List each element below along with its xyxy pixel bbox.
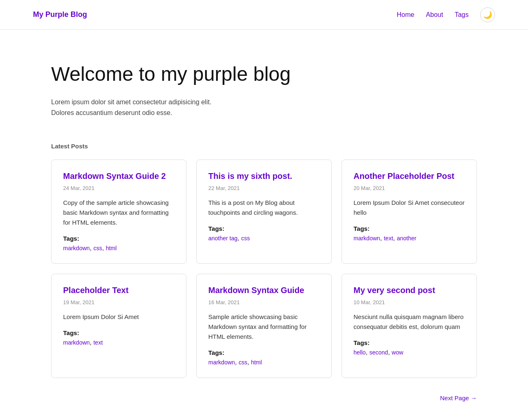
- post-tags-label: Tags:: [354, 225, 465, 232]
- post-card: Another Placeholder Post 20 Mar, 2021 Lo…: [342, 160, 477, 264]
- posts-grid: Markdown Syntax Guide 2 24 Mar, 2021 Cop…: [51, 160, 477, 378]
- post-tag[interactable]: css: [241, 235, 250, 242]
- post-card: Placeholder Text 19 Mar, 2021 Lorem Ipsu…: [51, 274, 186, 378]
- pagination: Next Page →: [51, 394, 477, 401]
- main-nav: Home About Tags 🌙: [397, 7, 495, 22]
- post-tags-label: Tags:: [208, 225, 320, 232]
- post-excerpt: Nesciunt nulla quisquam magnam libero co…: [354, 312, 465, 332]
- dark-mode-button[interactable]: 🌙: [480, 7, 495, 22]
- post-card: This is my sixth post. 22 Mar, 2021 This…: [196, 160, 332, 264]
- post-date: 10 Mar, 2021: [354, 299, 465, 305]
- post-tag[interactable]: markdown: [354, 235, 380, 242]
- post-tags: hello, second, wow: [354, 349, 465, 356]
- site-logo[interactable]: My Purple Blog: [33, 10, 87, 19]
- post-card: My very second post 10 Mar, 2021 Nesciun…: [342, 274, 477, 378]
- post-excerpt: This is a post on My Blog about touchpoi…: [208, 198, 320, 218]
- post-tag[interactable]: hello: [354, 349, 366, 356]
- post-tags-label: Tags:: [208, 349, 320, 356]
- post-title[interactable]: My very second post: [354, 286, 465, 295]
- post-tag[interactable]: css: [93, 245, 102, 251]
- post-date: 24 Mar, 2021: [63, 185, 174, 191]
- main-content: Latest Posts Markdown Syntax Guide 2 24 …: [0, 143, 528, 420]
- post-date: 22 Mar, 2021: [208, 185, 320, 191]
- post-card: Markdown Syntax Guide 2 24 Mar, 2021 Cop…: [51, 160, 186, 264]
- post-title[interactable]: Placeholder Text: [63, 286, 174, 295]
- post-date: 20 Mar, 2021: [354, 185, 465, 191]
- post-excerpt: Sample article showcasing basic Markdown…: [208, 312, 320, 342]
- post-tag[interactable]: css: [238, 359, 247, 366]
- post-tag[interactable]: html: [251, 359, 262, 366]
- post-date: 16 Mar, 2021: [208, 299, 320, 305]
- post-tags: markdown, css, html: [208, 359, 320, 366]
- post-excerpt: Lorem Ipsum Dolor Si Amet: [63, 312, 174, 322]
- post-tag[interactable]: second: [369, 349, 388, 356]
- post-excerpt: Copy of the sample article showcasing ba…: [63, 198, 174, 228]
- nav-about[interactable]: About: [426, 11, 443, 19]
- post-tag[interactable]: markdown: [63, 339, 90, 346]
- post-tags: markdown, css, html: [63, 244, 174, 252]
- post-tag[interactable]: another: [397, 235, 416, 242]
- post-title[interactable]: Markdown Syntax Guide: [208, 286, 320, 295]
- post-tags-label: Tags:: [354, 339, 465, 346]
- post-title[interactable]: This is my sixth post.: [208, 171, 320, 181]
- post-title[interactable]: Another Placeholder Post: [354, 171, 465, 181]
- post-title[interactable]: Markdown Syntax Guide 2: [63, 171, 174, 181]
- post-date: 19 Mar, 2021: [63, 299, 174, 305]
- post-tags: another tag, css: [208, 235, 320, 242]
- post-tag[interactable]: markdown: [208, 359, 235, 366]
- post-card: Markdown Syntax Guide 16 Mar, 2021 Sampl…: [196, 274, 332, 378]
- post-tag[interactable]: html: [106, 245, 116, 251]
- post-tag[interactable]: another tag: [208, 235, 238, 242]
- post-tags: markdown, text: [63, 339, 174, 346]
- post-excerpt: Lorem Ipsum Dolor Si Amet consecuteor he…: [354, 198, 465, 218]
- next-page-link[interactable]: Next Page →: [440, 394, 477, 401]
- post-tag[interactable]: markdown: [63, 245, 90, 251]
- hero-title: Welcome to my purple blog: [51, 63, 477, 85]
- nav-tags[interactable]: Tags: [455, 11, 469, 19]
- post-tag[interactable]: text: [384, 235, 393, 242]
- hero-description: Lorem ipsum dolor sit amet consectetur a…: [51, 97, 477, 118]
- post-tags-label: Tags:: [63, 235, 174, 242]
- hero-section: Welcome to my purple blog Lorem ipsum do…: [0, 30, 528, 143]
- post-tags: markdown, text, another: [354, 235, 465, 242]
- latest-posts-title: Latest Posts: [51, 143, 477, 150]
- post-tags-label: Tags:: [63, 329, 174, 336]
- nav-home[interactable]: Home: [397, 11, 415, 19]
- post-tag[interactable]: wow: [392, 349, 403, 356]
- moon-icon: 🌙: [483, 10, 492, 19]
- post-tag[interactable]: text: [93, 339, 103, 346]
- site-header: My Purple Blog Home About Tags 🌙: [0, 0, 528, 30]
